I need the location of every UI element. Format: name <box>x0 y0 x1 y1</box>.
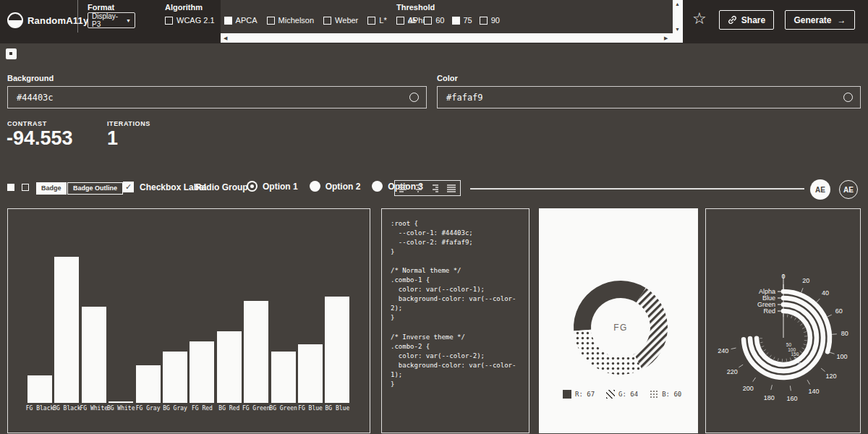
bar-label: BG Green <box>269 405 297 412</box>
scroll-up-icon[interactable]: ▲ <box>675 1 680 7</box>
legend-swatch-dots-icon <box>650 390 658 399</box>
checkbox-icon[interactable] <box>323 17 331 25</box>
radial-chart-panel: 0204060801001201401601802002202405010015… <box>705 208 861 433</box>
bar-label: FG White <box>80 405 109 412</box>
sample-radio-option[interactable]: Option 1 <box>247 181 298 192</box>
angle-axis-label: 60 <box>835 307 843 315</box>
brand-logo-icon <box>7 12 23 28</box>
generate-button[interactable]: Generate → <box>785 10 855 30</box>
bar-label: FG Green <box>242 405 271 412</box>
avatar-outline: AE <box>839 180 858 199</box>
tick <box>802 348 805 349</box>
tick <box>830 352 835 354</box>
share-button-label: Share <box>741 15 765 25</box>
bar <box>325 297 349 404</box>
bar-label: BG Black <box>53 405 81 412</box>
algorithm-label: Algorithm <box>165 3 203 12</box>
sample-radio-option[interactable]: Option 2 <box>310 181 361 192</box>
tick <box>821 368 825 371</box>
checkbox-icon[interactable] <box>396 17 404 25</box>
threshold-option[interactable]: 90 <box>480 16 500 25</box>
header-divider <box>77 0 78 33</box>
background-input[interactable]: #44403c <box>7 86 427 109</box>
legend-label: G: 64 <box>618 391 638 398</box>
format-label: Format <box>88 3 114 12</box>
format-select[interactable]: Display-P3 ▼ <box>88 12 135 28</box>
tick <box>762 346 765 347</box>
checkbox-icon[interactable] <box>480 17 488 25</box>
algorithm-option[interactable]: L* <box>367 16 386 25</box>
tick <box>790 386 791 391</box>
algorithm-option[interactable]: APCA <box>224 16 258 25</box>
ring-label: Red <box>763 307 775 315</box>
tick <box>802 328 805 329</box>
threshold-option-label: 75 <box>464 16 472 25</box>
align-center-button[interactable] <box>412 182 427 195</box>
algorithm-option[interactable]: WCAG 2.1 <box>165 16 215 25</box>
tick <box>753 378 756 382</box>
bar-label: FG Red <box>192 405 213 412</box>
threshold-option[interactable]: 45 <box>396 16 417 25</box>
legend-swatch-solid-icon <box>563 390 571 399</box>
checkbox-icon[interactable] <box>165 17 173 25</box>
vertical-scrollbar[interactable]: ▲ ▼ <box>673 0 683 33</box>
tick <box>794 318 796 320</box>
angle-axis-label: 120 <box>826 373 837 380</box>
radio-icon[interactable] <box>247 181 258 192</box>
bar-chart-panel: FG BlackBG BlackFG WhiteBG WhiteFG GrayB… <box>7 208 370 433</box>
align-justify-button[interactable] <box>443 182 459 195</box>
threshold-option-label: 60 <box>435 16 444 25</box>
radio-icon[interactable] <box>372 181 383 192</box>
bar-label: BG Gray <box>163 405 187 412</box>
checkbox-icon[interactable] <box>424 17 432 25</box>
tick <box>786 359 787 362</box>
checkbox-icon[interactable] <box>267 17 275 25</box>
sample-checkbox[interactable]: ✓ <box>123 182 134 192</box>
chevron-down-icon: ▼ <box>126 18 131 23</box>
mini-dot-button[interactable] <box>6 48 17 59</box>
brand-name: RandomA11y <box>27 15 88 26</box>
color-picker-circle-icon[interactable] <box>409 93 419 102</box>
scroll-left-icon[interactable]: ◀ <box>224 35 227 41</box>
generate-button-label: Generate <box>793 15 831 25</box>
color-input[interactable]: #fafaf9 <box>437 86 861 109</box>
bar-label: BG Red <box>218 405 239 412</box>
algorithm-option-label: L* <box>379 16 386 25</box>
tick <box>760 342 763 343</box>
share-button[interactable]: Share <box>719 10 774 30</box>
tick <box>804 344 807 345</box>
legend-item: B: 60 <box>650 390 681 399</box>
checkbox-icon[interactable] <box>224 17 232 25</box>
align-justify-icon <box>446 184 456 193</box>
angle-axis-label: 200 <box>743 385 754 392</box>
link-icon <box>728 15 737 25</box>
radio-icon[interactable] <box>310 181 320 192</box>
threshold-label: Threshold <box>396 3 435 12</box>
bar <box>190 341 214 403</box>
algorithm-option-label: Michelson <box>278 16 315 25</box>
threshold-option[interactable]: 60 <box>424 16 444 25</box>
algorithm-option[interactable]: Michelson <box>267 16 315 25</box>
checkbox-icon[interactable] <box>367 17 375 25</box>
check-icon: ✓ <box>125 182 132 191</box>
align-center-icon <box>414 184 425 193</box>
contrast-value: -94.553 <box>7 127 73 150</box>
legend-item: G: 64 <box>606 390 638 399</box>
horizontal-scrollbar[interactable]: ◀ ▶ <box>221 33 683 43</box>
color-picker-circle-icon[interactable] <box>843 93 853 102</box>
tick <box>807 380 809 384</box>
star-icon[interactable]: ☆ <box>692 11 707 27</box>
algorithm-option[interactable]: Weber <box>323 16 358 25</box>
angle-axis-label: 20 <box>802 277 809 284</box>
scroll-right-icon[interactable]: ▶ <box>664 35 668 41</box>
threshold-option[interactable]: 75 <box>452 16 472 25</box>
background-input-value: #44403c <box>17 93 54 103</box>
checkbox-icon[interactable] <box>452 17 460 25</box>
bar <box>27 375 52 403</box>
scroll-down-icon[interactable]: ▼ <box>675 27 680 32</box>
background-label: Background <box>7 74 54 82</box>
align-left-icon <box>399 184 409 193</box>
threshold-option-label: 45 <box>408 16 417 25</box>
align-right-button[interactable] <box>427 182 443 195</box>
align-left-button[interactable] <box>396 182 412 195</box>
